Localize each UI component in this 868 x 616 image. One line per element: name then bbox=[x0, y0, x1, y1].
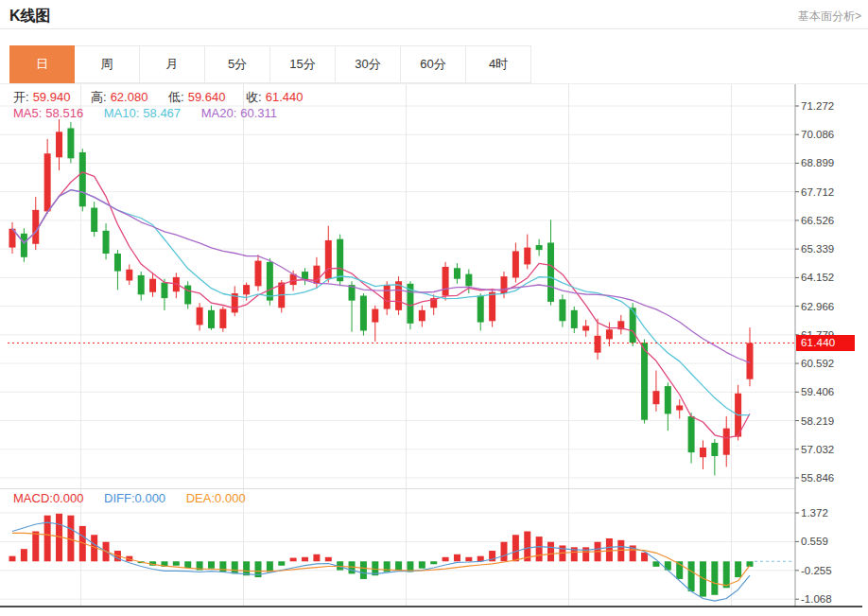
ma20-value: 60.311 bbox=[240, 106, 277, 120]
candle-body bbox=[21, 234, 27, 257]
candle-body bbox=[536, 245, 543, 250]
candle-body bbox=[91, 208, 97, 232]
candle-body bbox=[723, 429, 730, 455]
candle-body bbox=[325, 240, 332, 279]
candle-body bbox=[161, 283, 167, 299]
macd-bar bbox=[313, 554, 320, 561]
macd-bar bbox=[208, 561, 215, 568]
macd-bar bbox=[443, 557, 449, 561]
macd-bar bbox=[278, 561, 285, 565]
candle-body bbox=[384, 285, 391, 308]
candle-body bbox=[419, 310, 425, 321]
axis-tick-label: 58.219 bbox=[801, 415, 834, 427]
candle-body bbox=[465, 274, 472, 287]
candle-body bbox=[67, 128, 74, 158]
candle-body bbox=[477, 296, 484, 323]
candle-body bbox=[360, 296, 367, 331]
candle-body bbox=[559, 299, 565, 321]
macd-bar bbox=[711, 561, 718, 594]
dea-line bbox=[12, 533, 750, 585]
axis-tick-label: 0.559 bbox=[801, 536, 828, 547]
axis-tick-label: 62.966 bbox=[801, 301, 834, 312]
high-label: 高: bbox=[91, 90, 107, 104]
diff-label: DIFF: bbox=[104, 491, 135, 505]
macd-bar bbox=[465, 557, 472, 561]
macd-bar bbox=[512, 535, 519, 561]
dea-label: DEA: bbox=[186, 491, 215, 505]
axis-tick-label: 65.339 bbox=[801, 243, 834, 255]
macd-bar bbox=[219, 561, 226, 572]
ma5-label: MA5: bbox=[13, 106, 42, 120]
macd-bar bbox=[500, 542, 507, 562]
candle-body bbox=[606, 329, 613, 339]
macd-bar bbox=[267, 561, 273, 572]
axis-tick-label: 59.406 bbox=[801, 386, 834, 397]
macd-bar bbox=[173, 561, 180, 565]
ma-legend: MA5:58.516 MA10:58.467 MA20:60.311 bbox=[13, 106, 281, 120]
axis-tick-label: 67.712 bbox=[801, 186, 834, 198]
last-price-badge: 61.440 bbox=[796, 335, 855, 351]
candle-body bbox=[571, 310, 578, 328]
low-label: 低: bbox=[168, 90, 184, 104]
open-value: 59.940 bbox=[33, 90, 71, 104]
candle-body bbox=[243, 285, 250, 294]
axis-tick-label: 70.086 bbox=[801, 129, 834, 140]
macd-value: 0.000 bbox=[53, 491, 84, 505]
candle-body bbox=[337, 239, 343, 282]
macd-bar bbox=[454, 554, 460, 561]
candle-body bbox=[44, 153, 51, 211]
macd-bar bbox=[32, 532, 39, 562]
ma10-value: 58.467 bbox=[143, 106, 181, 120]
axis-tick-label: 1.372 bbox=[801, 507, 828, 519]
candle-body bbox=[254, 261, 261, 287]
ma20-line bbox=[12, 190, 750, 363]
candle-body bbox=[126, 270, 132, 281]
macd-bar bbox=[536, 537, 543, 561]
macd-bar bbox=[9, 556, 16, 562]
candle-body bbox=[184, 286, 191, 305]
candle-body bbox=[79, 152, 86, 206]
candle-body bbox=[641, 343, 648, 420]
candle-body bbox=[149, 279, 156, 292]
macd-bar bbox=[21, 549, 27, 561]
macd-bar bbox=[606, 538, 613, 561]
candle-body bbox=[746, 343, 753, 378]
axis-tick-label: 55.846 bbox=[801, 472, 834, 484]
candle-body bbox=[489, 292, 495, 322]
candle-body bbox=[676, 405, 683, 410]
kline-page: K线图 基本面分析> 日周月5分15分30分60分4时 71.27270.086… bbox=[0, 0, 868, 616]
macd-bar bbox=[395, 561, 402, 570]
candle-body bbox=[652, 391, 659, 404]
axis-tick-label: -1.068 bbox=[801, 593, 832, 605]
candle-body bbox=[512, 251, 519, 277]
macd-bar bbox=[232, 561, 238, 573]
candle-body bbox=[454, 268, 460, 278]
ohlc-legend: 开:59.940 高:62.080 低:59.640 收:61.440 bbox=[13, 89, 306, 106]
candle-body bbox=[524, 248, 530, 265]
macd-bar bbox=[641, 553, 648, 561]
macd-bar bbox=[547, 542, 554, 562]
ma20-label: MA20: bbox=[201, 106, 237, 120]
macd-bar bbox=[325, 557, 332, 561]
macd-label: MACD: bbox=[13, 491, 53, 505]
candle-body bbox=[688, 416, 695, 452]
candle-body bbox=[197, 308, 203, 326]
candle-body bbox=[595, 336, 601, 353]
candle-body bbox=[219, 309, 226, 328]
candle-body bbox=[103, 231, 110, 254]
candle-body bbox=[711, 443, 718, 456]
candle-body bbox=[267, 262, 273, 301]
diff-value: 0.000 bbox=[135, 491, 166, 505]
dea-value: 0.000 bbox=[215, 491, 246, 505]
macd-bar bbox=[735, 561, 741, 577]
candle-body bbox=[443, 267, 449, 296]
axis-tick-label: -0.255 bbox=[801, 565, 832, 576]
high-value: 62.080 bbox=[111, 90, 148, 104]
diff-line bbox=[12, 522, 750, 601]
axis-tick-label: 66.526 bbox=[801, 215, 834, 226]
axis-tick-label: 60.592 bbox=[801, 358, 834, 369]
macd-bar bbox=[184, 561, 191, 568]
candle-body bbox=[114, 254, 121, 272]
axis-tick-label: 64.152 bbox=[801, 272, 834, 283]
ma5-value: 58.516 bbox=[45, 106, 83, 120]
